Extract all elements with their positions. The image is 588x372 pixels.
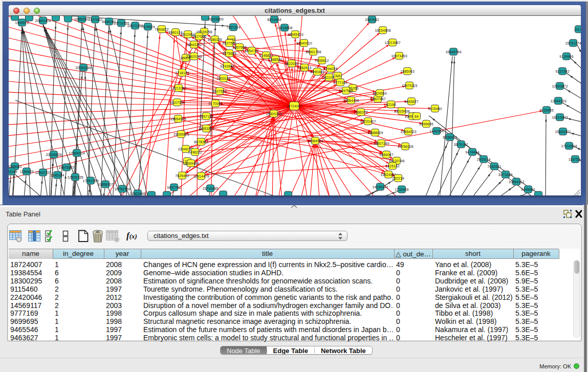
svg-text:1440954: 1440954 (429, 129, 443, 133)
svg-text:8471636: 8471636 (498, 173, 512, 177)
svg-text:12505135: 12505135 (67, 176, 83, 179)
svg-text:15345419: 15345419 (287, 33, 303, 36)
svg-text:16033809: 16033809 (207, 17, 223, 21)
svg-text:4385081: 4385081 (9, 165, 22, 168)
svg-text:17016504: 17016504 (561, 144, 577, 148)
svg-text:62160: 62160 (386, 103, 396, 106)
svg-text:3267130: 3267130 (199, 115, 213, 118)
svg-text:16154808: 16154808 (375, 29, 390, 32)
svg-text:20691406: 20691406 (35, 19, 51, 23)
svg-text:7857224: 7857224 (226, 26, 240, 29)
svg-text:2803144: 2803144 (216, 77, 230, 80)
svg-text:1167534: 1167534 (569, 158, 581, 161)
svg-text:15720407: 15720407 (360, 120, 376, 123)
svg-text:9084067: 9084067 (379, 153, 393, 157)
svg-text:1362615: 1362615 (297, 66, 311, 70)
svg-text:6879197: 6879197 (454, 143, 468, 146)
svg-text:3875685: 3875685 (222, 52, 236, 55)
svg-text:10688609: 10688609 (367, 131, 383, 135)
svg-text:9245652: 9245652 (521, 188, 535, 191)
svg-text:18724007: 18724007 (286, 104, 302, 108)
svg-text:16210643: 16210643 (552, 116, 568, 119)
svg-text:16914479: 16914479 (193, 174, 209, 178)
svg-text:8822034: 8822034 (285, 62, 298, 65)
svg-text:12923448: 12923448 (129, 192, 145, 195)
svg-text:9146821: 9146821 (259, 54, 273, 57)
svg-text:8678352: 8678352 (194, 140, 208, 144)
svg-text:19654923: 19654923 (400, 130, 416, 134)
svg-text:25300245: 25300245 (266, 112, 281, 116)
svg-text:9227342: 9227342 (555, 70, 569, 73)
svg-text:12213383: 12213383 (170, 86, 186, 90)
svg-text:3215955: 3215955 (539, 108, 553, 112)
svg-text:13353594: 13353594 (198, 127, 214, 130)
svg-text:20364436: 20364436 (343, 99, 359, 102)
svg-text:9115460: 9115460 (428, 107, 442, 111)
svg-text:16107554: 16107554 (169, 101, 185, 104)
svg-text:12942737: 12942737 (35, 171, 51, 174)
svg-text:17359924: 17359924 (69, 151, 84, 155)
svg-text:19218506: 19218506 (276, 26, 292, 30)
svg-text:10654112: 10654112 (509, 180, 525, 184)
svg-text:345: 345 (335, 74, 341, 78)
svg-text:22420046: 22420046 (186, 55, 202, 58)
svg-text:1527602: 1527602 (88, 18, 102, 21)
svg-text:9474444: 9474444 (465, 150, 479, 154)
svg-text:19524851: 19524851 (380, 173, 396, 177)
svg-text:8454749: 8454749 (245, 49, 258, 53)
svg-text:2867608: 2867608 (232, 46, 246, 49)
svg-text:8990448: 8990448 (310, 70, 324, 74)
svg-text:7515524: 7515524 (141, 25, 155, 29)
svg-text:11172: 11172 (574, 28, 581, 31)
svg-text:9463627: 9463627 (404, 100, 418, 103)
svg-text:84: 84 (415, 115, 419, 118)
svg-text:13640910: 13640910 (296, 41, 312, 45)
svg-text:7386372: 7386372 (354, 111, 367, 114)
svg-text:3824554: 3824554 (373, 92, 386, 95)
svg-text:1145194: 1145194 (51, 173, 64, 177)
svg-text:6794028: 6794028 (323, 67, 337, 71)
svg-text:19756928: 19756928 (397, 145, 413, 148)
svg-text:7625402: 7625402 (175, 174, 189, 178)
svg-text:7632621: 7632621 (487, 165, 501, 168)
svg-text:10853267: 10853267 (74, 17, 90, 21)
svg-text:7485063: 7485063 (400, 70, 414, 73)
svg-text:1905572: 1905572 (15, 21, 29, 25)
svg-text:8186328: 8186328 (208, 38, 222, 41)
svg-text:6497568: 6497568 (339, 89, 353, 93)
svg-text:16120746: 16120746 (388, 159, 404, 163)
svg-text:16961758: 16961758 (305, 50, 321, 54)
svg-text:2718129: 2718129 (175, 71, 189, 75)
svg-text:252214: 252214 (392, 177, 404, 180)
svg-text:1733426: 1733426 (395, 188, 408, 191)
svg-text:10958107: 10958107 (97, 183, 113, 186)
svg-text:16543382: 16543382 (186, 43, 202, 47)
svg-text:15692971: 15692971 (555, 130, 571, 134)
svg-text:14136141: 14136141 (372, 185, 388, 189)
svg-text:9457791: 9457791 (167, 186, 181, 189)
svg-text:1498222: 1498222 (188, 150, 202, 154)
svg-text:18807249: 18807249 (373, 142, 389, 145)
svg-text:16782759: 16782759 (114, 187, 130, 191)
svg-text:15751074: 15751074 (565, 41, 581, 45)
svg-text:20206526: 20206526 (46, 153, 61, 157)
svg-text:12444193: 12444193 (550, 99, 566, 103)
svg-text:19654925: 19654925 (170, 117, 186, 121)
svg-text:19975887: 19975887 (58, 166, 74, 169)
svg-text:12093872: 12093872 (552, 84, 568, 88)
svg-text:9777169: 9777169 (333, 81, 347, 84)
svg-text:8813054: 8813054 (267, 18, 281, 21)
svg-text:10025438: 10025438 (394, 110, 409, 113)
svg-text:12975115: 12975115 (402, 84, 418, 87)
svg-text:2087652: 2087652 (365, 18, 379, 21)
svg-text:9899695: 9899695 (419, 122, 433, 126)
svg-text:17957255: 17957255 (82, 179, 98, 183)
svg-text:9827503: 9827503 (192, 35, 206, 38)
svg-text:8427552: 8427552 (212, 90, 226, 93)
svg-text:1615132: 1615132 (385, 164, 399, 168)
svg-text:19384554: 19384554 (307, 139, 323, 143)
svg-text:15716485: 15716485 (202, 187, 218, 190)
svg-text:2933114: 2933114 (477, 158, 491, 161)
svg-text:1588520: 1588520 (268, 58, 282, 61)
svg-text:10973493: 10973493 (391, 54, 407, 58)
